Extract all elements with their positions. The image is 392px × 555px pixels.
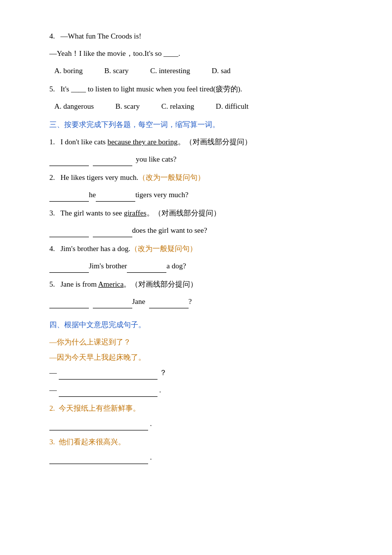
s3-q4-block: 4. Jim's brother has a dog.（改为一般疑问句） Jim… — [49, 242, 353, 273]
s3-q3-answer-suffix: does the girl want to see? — [132, 226, 207, 234]
s3-q1-answer: you like cats? — [49, 153, 353, 166]
s3-q2-main: He likes tigers very much. — [61, 173, 139, 181]
q5-number: 5. — [49, 85, 55, 93]
s4-q1-blank2[interactable] — [59, 388, 157, 397]
s3-q5-blank1[interactable] — [49, 299, 89, 308]
q5-option-a: A. dangerous — [54, 102, 104, 110]
s4-q2-label: 2. 今天报纸上有些新鲜事。 — [49, 402, 353, 415]
s3-q5-blank3[interactable] — [149, 299, 189, 308]
q4-dialogue2: —Yeah！I like the movie，too.It's so ____. — [49, 47, 353, 60]
s4-q1-answer2: — . — [49, 384, 353, 397]
s3-q4-main: Jim's brother has a dog. — [61, 245, 130, 253]
q4-number: 4. — [49, 32, 55, 40]
q4-dialogue1: —What fun The Croods is! — [61, 32, 142, 40]
s3-q4-answer-suffix: a dog? — [166, 262, 186, 270]
s3-q3-main: The girl wants to see — [60, 209, 124, 217]
s3-q1-number: 1. — [49, 138, 55, 146]
q5-text: It's ____ to listen to light music when … — [61, 85, 242, 93]
section4: 四、根据中文意思完成句子。 —你为什么上课迟到了？ —因为今天早上我起床晚了。 … — [49, 318, 353, 464]
q5-line: 5. It's ____ to listen to light music wh… — [49, 83, 353, 96]
s3-q3-block: 3. The girl wants to see giraffes。（对画线部分… — [49, 207, 353, 237]
s4-q2-answer: . — [49, 417, 353, 430]
s3-q5-number: 5. — [49, 280, 55, 288]
s3-q1-suffix: 。（对画线部分提问） — [178, 138, 252, 146]
s3-q2-block: 2. He likes tigers very much.（改为一般疑问句） h… — [49, 171, 353, 202]
s3-q3-blank2[interactable] — [93, 228, 132, 237]
s4-q3-blank[interactable] — [49, 455, 148, 464]
s3-q3-answer: does the girl want to see? — [49, 224, 353, 237]
s4-q3-block: 3. 他们看起来很高兴。 . — [49, 435, 353, 464]
s3-q4-answer: Jim's brothera dog? — [49, 259, 353, 273]
s3-q2-answer: hetigers very much? — [49, 188, 353, 202]
section4-header: 四、根据中文意思完成句子。 — [49, 318, 353, 332]
s3-q1-underline: because they are boring — [108, 138, 178, 146]
s3-q2-answer-suffix: tigers very much? — [135, 191, 188, 199]
s4-q3-answer: . — [49, 451, 353, 464]
s3-q5-answer-suffix: ? — [189, 298, 192, 305]
s3-q3-blank1[interactable] — [49, 228, 89, 237]
s3-q1-blank2[interactable] — [93, 157, 132, 166]
s3-q4-blank1[interactable] — [49, 264, 89, 273]
s3-q5-blank2[interactable] — [93, 299, 132, 308]
s3-q1-answer-suffix: you like cats? — [136, 155, 176, 163]
s3-q3-suffix: 。（对画线部分提问） — [147, 209, 221, 217]
q5-options: A. dangerous B. scary C. relaxing D. dif… — [54, 100, 353, 113]
s4-q1-chinese2: —因为今天早上我起床晚了。 — [49, 351, 353, 364]
s3-q3-number: 3. — [49, 209, 55, 217]
s4-q2-block: 2. 今天报纸上有些新鲜事。 . — [49, 402, 353, 430]
q4-option-d: D. sad — [212, 67, 240, 75]
s3-q4-text: 4. Jim's brother has a dog.（改为一般疑问句） — [49, 242, 353, 256]
s3-q4-number: 4. — [49, 245, 55, 253]
section3-header: 三、按要求完成下列各题，每空一词，缩写算一词。 — [49, 118, 353, 131]
q4-option-b: B. scary — [104, 67, 138, 75]
s3-q4-suffix: （改为一般疑问句） — [130, 245, 197, 253]
q4-line-label: 4. —What fun The Croods is! — [49, 30, 353, 43]
s3-q2-text: 2. He likes tigers very much.（改为一般疑问句） — [49, 171, 353, 184]
question-4-block: 4. —What fun The Croods is! —Yeah！I like… — [49, 30, 353, 78]
s3-q2-suffix: （改为一般疑问句） — [138, 173, 205, 181]
s3-q4-jims: Jim's brother — [89, 262, 127, 270]
s4-q1-block: —你为什么上课迟到了？ —因为今天早上我起床晚了。 — ？ — . — [49, 336, 353, 397]
s3-q5-underline: America — [98, 280, 124, 288]
s3-q1-main: I don't like cats — [61, 138, 108, 146]
s3-q2-number: 2. — [49, 173, 55, 181]
s3-q2-he: he — [89, 191, 96, 199]
q4-options: A. boring B. scary C. interesting D. sad — [54, 64, 353, 78]
s4-q1-blank1[interactable] — [59, 371, 157, 380]
s3-q2-blank2[interactable] — [96, 193, 135, 202]
s3-q1-block: 1. I don't like cats because they are bo… — [49, 135, 353, 166]
s4-q1-dash2: — — [49, 386, 57, 394]
s4-q1-answer1: — ？ — [49, 366, 353, 380]
s3-q1-blank1[interactable] — [49, 157, 89, 166]
s3-q2-blank1[interactable] — [49, 193, 89, 202]
q5-option-d: D. difficult — [216, 102, 258, 110]
s3-q5-text: 5. Jane is from America。（对画线部分提问） — [49, 278, 353, 291]
s3-q1-text: 1. I don't like cats because they are bo… — [49, 135, 353, 149]
s3-q3-underline: giraffes — [124, 209, 147, 217]
s3-q5-suffix: 。（对画线部分提问） — [123, 280, 197, 288]
s3-q3-text: 3. The girl wants to see giraffes。（对画线部分… — [49, 207, 353, 220]
s3-q4-blank2[interactable] — [127, 264, 166, 273]
q4-option-c: C. interesting — [150, 67, 200, 75]
s3-q5-block: 5. Jane is from America。（对画线部分提问） Jane ? — [49, 278, 353, 308]
q5-option-c: C. relaxing — [161, 102, 204, 110]
s4-q3-label: 3. 他们看起来很高兴。 — [49, 435, 353, 449]
s4-q1-chinese1: —你为什么上课迟到了？ — [49, 336, 353, 349]
s3-q5-main: Jane is from — [61, 280, 98, 288]
q5-option-b: B. scary — [116, 102, 150, 110]
question-5-block: 5. It's ____ to listen to light music wh… — [49, 83, 353, 113]
s4-q2-blank[interactable] — [49, 422, 148, 430]
s3-q5-answer: Jane ? — [49, 295, 353, 308]
s3-q5-jane: Jane — [132, 298, 146, 305]
s4-q1-dash1: — — [49, 369, 57, 377]
q4-option-a: A. boring — [54, 67, 93, 75]
